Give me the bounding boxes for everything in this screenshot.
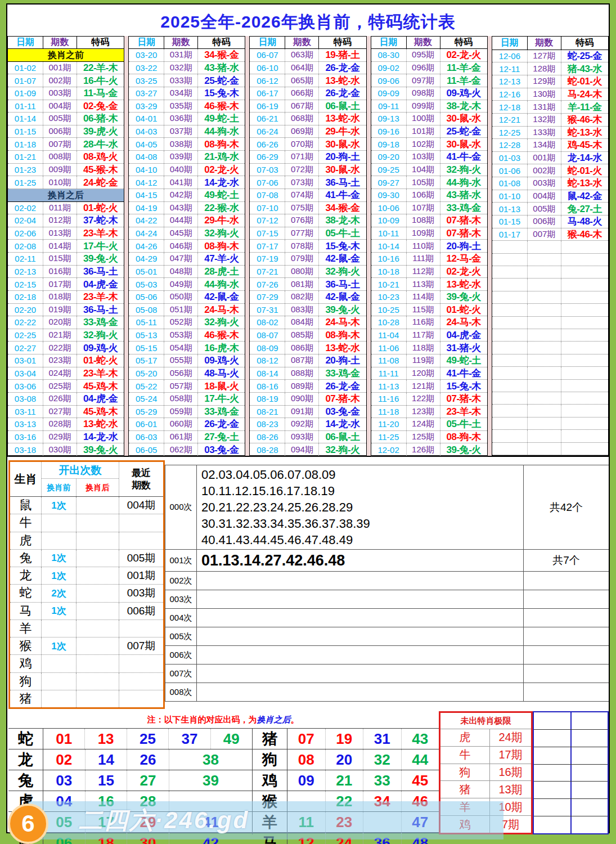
table-row: 01-09003期11-马-金 [8,87,124,100]
table-row: 03-27034期15-兔-木 [129,87,245,100]
table-row: 02-02011期01-蛇-火 [8,202,124,215]
cell-date: 02-15 [8,278,43,290]
cell-special-code: 20-狗-土 [440,240,487,252]
cell-period: 124期 [406,418,440,430]
cell-period: 048期 [164,266,197,278]
cell-date: 08-12 [250,354,285,367]
stats-after-count [77,514,119,531]
cell-special-code: 36-马-土 [77,266,124,278]
cell-period [527,317,561,329]
table-row: 03-11027期45-鸡-木 [8,406,124,419]
stats-before-count [42,620,77,637]
cell-date [492,241,527,253]
stats-zodiac: 羊 [10,620,42,637]
limits-title: 未出特肖极限 [440,713,531,729]
cell-period: 123期 [406,406,440,418]
table-row: 09-02096期11-羊-金 [371,62,487,75]
cell-special-code: 39-兔-火 [77,443,124,456]
col-header-code: 特码 [197,37,245,48]
cell-date: 08-21 [250,406,285,418]
stats-after-count [77,603,119,619]
cell-special-code: 44-狗-水 [440,176,487,188]
limit-zodiac: 牛 [440,747,490,764]
cell-date: 11-25 [371,431,406,443]
cell-special-code: 41-牛-金 [440,367,487,380]
cell-date: 05-01 [129,266,164,278]
watermark-logo-icon: 6 [8,803,48,844]
cell-date: 06-01 [129,418,164,430]
cell-period: 089期 [285,380,318,392]
cell-special-code: 36-马-土 [318,176,366,188]
cell-special-code: 45-猴-木 [77,164,124,176]
table-row: 03-04024期23-羊-木 [8,367,124,380]
cell-special-code: 39-兔-火 [440,291,487,303]
main-subtable-header: 日期期数特码 [492,37,608,50]
table-row: 04-10040期02-龙-火 [129,164,245,177]
table-row: 06-24069期29-牛-水 [250,125,366,138]
cell-period: 098期 [406,87,440,100]
cell-period: 114期 [406,291,440,303]
stats-row: 羊 [10,620,163,638]
cell-special-code: 鼠-42-金 [561,190,608,203]
cell-period: 040期 [164,164,197,176]
cell-special-code: 49-蛇-土 [440,354,487,367]
zodiac-number: 43 [401,729,439,749]
counts-row: 006次 [165,646,609,665]
cell-period: 020期 [43,316,77,329]
table-row: 09-27105期44-狗-水 [371,176,487,189]
cell-period [527,367,561,379]
stats-row: 兔1次005期 [10,550,163,567]
stats-zodiac: 狗 [10,673,42,690]
table-row: 05-06050期42-鼠-金 [129,291,245,304]
table-row: 01-15006期马-48-火 [492,216,608,228]
cell-date: 09-11 [371,100,406,113]
table-row: 07-21080期32-狗-火 [250,266,366,279]
cell-date: 02-20 [8,304,43,316]
cell-special-code: 猴-46-木 [561,228,608,241]
cell-special-code: 13-蛇-水 [77,418,124,430]
table-row: 02-15017期04-虎-金 [8,278,124,291]
table-row [492,367,608,379]
table-row: 09-20103期41-牛-金 [371,151,487,164]
counts-line: 40.41.43.44.45.46.47.48.49 [201,532,519,548]
cell-date: 02-13 [8,266,43,278]
cell-special-code: 06-鼠-土 [318,431,366,443]
cell-period: 107期 [406,202,440,214]
cell-date: 04-19 [129,202,164,214]
table-row: 03-25033期25-蛇-金 [129,74,245,87]
cell-period: 083期 [285,304,318,316]
cell-period [527,241,561,253]
cell-period [527,405,561,416]
table-row: 04-15042期49-蛇-土 [129,189,245,202]
table-row: 08-02084期24-马-木 [250,316,366,329]
cell-period: 078期 [285,240,318,252]
cell-special-code: 07-猪-木 [318,393,366,405]
cell-period: 066期 [285,87,318,100]
stats-after-count [77,567,119,584]
cell-special-code: 鸡-45-木 [561,139,608,151]
stats-row: 马1次006期 [10,603,163,620]
zodiac-number: 07 [287,729,325,749]
cell-period: 097期 [406,74,440,87]
cell-date: 07-03 [250,164,285,176]
cell-special-code: 蛇-01-火 [561,164,608,177]
zodiac-map-row: 鸡09213345 [253,770,439,791]
main-subtable-header: 日期期数特码 [8,37,124,49]
cell-special-code: 44-狗-水 [197,125,245,138]
cell-period: 009期 [43,164,77,176]
table-row: 10-09108期07-猪-木 [371,214,487,227]
cell-period: 108期 [406,214,440,227]
cell-date: 05-24 [129,393,164,405]
counts-numbers [197,683,523,701]
cell-special-code: 02-龙-火 [440,266,487,278]
table-row: 05-15054期16-虎-木 [129,342,245,354]
cell-special-code [561,392,608,404]
table-row: 09-06097期11-羊-金 [371,74,487,87]
cell-date: 12-28 [492,139,527,151]
empty-grid-cell [534,799,570,816]
cell-period: 045期 [164,227,197,240]
cell-date: 05-20 [129,367,164,380]
zodiac-number: 09 [287,770,325,791]
table-row: 06-19067期06-鼠-土 [250,100,366,113]
cell-period: 059期 [164,406,197,418]
